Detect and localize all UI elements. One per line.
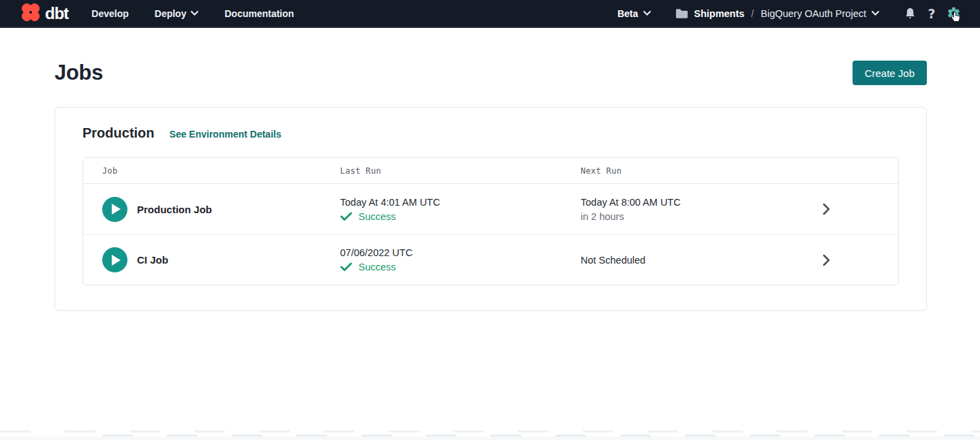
last-run-status: Success — [358, 262, 396, 272]
column-header-next-run: Next Run — [581, 166, 799, 176]
nav-item-documentation[interactable]: Documentation — [224, 8, 294, 19]
next-run-time: Today At 8:00 AM UTC — [581, 197, 799, 208]
dbt-logo-icon — [20, 2, 41, 25]
chevron-down-icon — [872, 11, 879, 16]
project-separator: / — [750, 8, 755, 19]
nav-item-develop-label: Develop — [91, 8, 128, 19]
run-job-play-button[interactable] — [102, 197, 127, 222]
next-run-time: Not Scheduled — [581, 255, 799, 266]
top-nav: dbt Develop Deploy Documentation Beta Sh… — [0, 0, 980, 28]
jobs-table-header: Job Last Run Next Run — [83, 158, 898, 184]
notifications-button[interactable] — [901, 5, 919, 22]
play-icon — [112, 204, 121, 215]
success-check-icon — [340, 262, 352, 272]
create-job-button[interactable]: Create Job — [853, 61, 927, 85]
chevron-right-icon[interactable] — [823, 254, 830, 266]
jobs-table: Job Last Run Next Run Production Job Tod… — [82, 157, 899, 285]
job-name: Production Job — [137, 204, 212, 215]
chevron-right-icon[interactable] — [823, 203, 830, 215]
see-environment-details-link[interactable]: See Environment Details — [170, 129, 281, 140]
environment-card: Production See Environment Details Job L… — [55, 107, 927, 311]
job-row-production-job[interactable]: Production Job Today At 4:01 AM UTC Succ… — [83, 184, 898, 234]
environment-name: Production — [82, 125, 155, 141]
page-title: Jobs — [55, 61, 103, 85]
dbt-logo[interactable]: dbt — [20, 2, 68, 25]
last-run-status: Success — [358, 211, 396, 222]
run-job-play-button[interactable] — [102, 247, 127, 272]
column-header-last-run: Last Run — [340, 166, 581, 176]
beta-dropdown[interactable]: Beta — [617, 8, 651, 19]
job-row-ci-job[interactable]: CI Job 07/06/2022 UTC Success Not Schedu… — [83, 234, 898, 285]
question-mark-icon: ? — [928, 6, 935, 21]
chevron-down-icon — [191, 11, 198, 16]
next-run-relative: in 2 hours — [581, 211, 799, 222]
folder-icon — [675, 8, 688, 19]
project-picker[interactable]: Shipments / BigQuery OAuth Project — [675, 8, 879, 19]
nav-item-deploy[interactable]: Deploy — [155, 8, 199, 19]
play-icon — [112, 255, 121, 266]
settings-button[interactable] — [945, 5, 962, 22]
chevron-down-icon — [643, 11, 651, 16]
mouse-pointer-cursor — [951, 12, 960, 25]
nav-item-deploy-label: Deploy — [155, 8, 187, 19]
last-run-time: Today At 4:01 AM UTC — [340, 197, 581, 208]
help-button[interactable]: ? — [923, 5, 940, 22]
success-check-icon — [340, 212, 352, 221]
bell-icon — [904, 7, 917, 20]
column-header-job: Job — [83, 166, 340, 176]
nav-item-develop[interactable]: Develop — [91, 8, 128, 19]
last-run-time: 07/06/2022 UTC — [340, 247, 581, 258]
nav-item-documentation-label: Documentation — [224, 8, 294, 19]
project-folder-name: Shipments — [694, 8, 744, 19]
project-name: BigQuery OAuth Project — [761, 8, 866, 19]
job-name: CI Job — [137, 254, 168, 266]
page-header: Jobs Create Job — [0, 28, 980, 85]
dbt-logo-text: dbt — [45, 4, 68, 23]
beta-label: Beta — [617, 8, 638, 19]
page-bottom-texture — [0, 430, 980, 440]
